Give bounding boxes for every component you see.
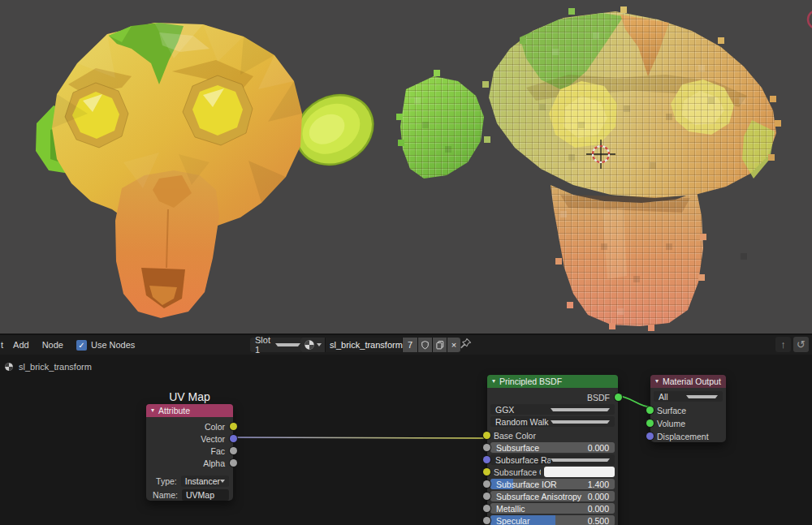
collapse-chevron-icon[interactable]: ▾ bbox=[655, 378, 659, 385]
viewport-3d[interactable] bbox=[0, 0, 812, 335]
socket-base-color-input[interactable] bbox=[483, 432, 490, 439]
material-users-count[interactable]: 7 bbox=[403, 338, 417, 352]
parent-node-tree-button[interactable]: ↑ bbox=[775, 337, 791, 352]
fake-user-shield-button[interactable] bbox=[418, 338, 432, 352]
sss-method-row: Random Walk bbox=[490, 416, 615, 427]
specular-value: 0.500 bbox=[588, 516, 609, 525]
node-editor-canvas[interactable]: sl_brick_transform UV Map ▾ Attribute Co… bbox=[0, 355, 812, 525]
menu-select-cut[interactable]: t bbox=[0, 340, 6, 350]
metallic-slider[interactable]: Metallic 0.000 bbox=[490, 503, 615, 514]
socket-subsurface-anisotropy-input[interactable] bbox=[483, 493, 490, 500]
socket-surface-input[interactable] bbox=[646, 407, 654, 414]
chevron-down-icon bbox=[551, 420, 611, 424]
name-value: UVMap bbox=[186, 490, 225, 500]
up-arrow-icon: ↑ bbox=[780, 338, 786, 351]
output-label-fac: Fac bbox=[210, 446, 225, 456]
socket-specular-input[interactable] bbox=[483, 517, 490, 524]
attribute-type-dropdown[interactable]: Instancer bbox=[181, 476, 229, 487]
socket-alpha-output[interactable] bbox=[230, 459, 237, 467]
breadcrumb: sl_brick_transform bbox=[4, 362, 92, 372]
wire-bsdf-to-surface bbox=[618, 396, 650, 407]
socket-volume-input[interactable] bbox=[646, 420, 654, 427]
socket-vector-output[interactable] bbox=[230, 435, 237, 442]
subsurface-anisotropy-row: Subsurface Anisotropy 0.000 bbox=[490, 491, 615, 501]
output-label-color: Color bbox=[205, 422, 225, 432]
new-material-copy-button[interactable] bbox=[433, 338, 447, 352]
socket-subsurface-radius-input[interactable] bbox=[483, 456, 490, 463]
slot-dropdown[interactable]: Slot 1 bbox=[250, 338, 305, 352]
socket-metallic-input[interactable] bbox=[483, 505, 490, 512]
collapse-chevron-icon[interactable]: ▾ bbox=[151, 407, 154, 414]
target-dropdown[interactable]: All bbox=[654, 391, 723, 402]
distribution-dropdown[interactable]: GGX bbox=[490, 404, 615, 415]
chevron-down-icon bbox=[686, 395, 719, 398]
undo-arc-icon: ↺ bbox=[797, 338, 806, 351]
subsurface-value: 0.000 bbox=[588, 443, 609, 453]
attribute-name-row: Name: UVMap bbox=[150, 489, 229, 501]
check-icon: ✓ bbox=[78, 341, 84, 350]
principled-node-header[interactable]: ▾ Principled BSDF bbox=[487, 375, 618, 388]
material-name-field[interactable]: sl_brick_transform bbox=[326, 338, 402, 352]
subsurface-color-label: Subsurface C... bbox=[490, 467, 541, 477]
base-color-row: Base Color bbox=[490, 430, 615, 441]
chevron-down-icon bbox=[317, 343, 322, 346]
attribute-node-header[interactable]: ▾ Attribute bbox=[146, 404, 233, 417]
use-nodes-label: Use Nodes bbox=[91, 340, 135, 350]
menu-node[interactable]: Node bbox=[36, 340, 70, 350]
attribute-name-input[interactable]: UVMap bbox=[182, 489, 229, 501]
material-sphere-icon bbox=[304, 339, 315, 351]
unlink-material-button[interactable]: × bbox=[447, 338, 460, 352]
specular-row: Specular 0.500 bbox=[490, 515, 615, 525]
material-browse-button[interactable] bbox=[300, 338, 325, 352]
bsdf-output-label: BSDF bbox=[587, 393, 610, 402]
subsurface-slider[interactable]: Subsurface 0.000 bbox=[490, 442, 615, 453]
socket-subsurface-color-input[interactable] bbox=[483, 468, 490, 476]
surface-row: Surface bbox=[654, 405, 723, 415]
sss-method-value: Random Walk bbox=[495, 417, 551, 427]
subsurface-anisotropy-slider[interactable]: Subsurface Anisotropy 0.000 bbox=[490, 491, 615, 501]
menu-add[interactable]: Add bbox=[6, 340, 36, 350]
specular-slider[interactable]: Specular 0.500 bbox=[490, 515, 615, 525]
socket-subsurface-ior-input[interactable] bbox=[483, 480, 490, 488]
subsurface-ior-label: Subsurface IOR bbox=[496, 480, 588, 489]
socket-color-output[interactable] bbox=[230, 423, 237, 430]
use-nodes-checkbox[interactable]: ✓ bbox=[76, 340, 87, 351]
subsurface-anisotropy-label: Subsurface Anisotropy bbox=[496, 492, 588, 501]
name-label: Name: bbox=[150, 490, 182, 500]
bsdf-output-row: BSDF bbox=[490, 392, 615, 402]
attribute-type-row: Type: Instancer bbox=[150, 476, 229, 487]
shield-icon bbox=[421, 340, 430, 350]
type-label: Type: bbox=[150, 476, 181, 486]
chevron-down-icon bbox=[220, 480, 225, 483]
base-color-label: Base Color bbox=[494, 431, 536, 441]
material-output-node[interactable]: ▾ Material Output All Surface Volume Dis… bbox=[650, 375, 726, 442]
volume-row: Volume bbox=[654, 418, 723, 428]
attribute-node[interactable]: ▾ Attribute Color Vector Fac Alpha Type:… bbox=[146, 404, 233, 501]
chevron-down-icon bbox=[275, 343, 300, 346]
socket-bsdf-output[interactable] bbox=[615, 394, 622, 401]
subsurface-color-row: Subsurface C... bbox=[490, 467, 615, 477]
snap-icon-button[interactable]: ↺ bbox=[793, 337, 809, 352]
subsurface-radius-dropdown[interactable]: Subsurface Radius bbox=[490, 454, 615, 465]
material-output-header[interactable]: ▾ Material Output bbox=[650, 375, 726, 388]
subsurface-ior-slider[interactable]: Subsurface IOR 1.400 bbox=[490, 479, 615, 489]
sss-method-dropdown[interactable]: Random Walk bbox=[490, 416, 615, 427]
surface-label: Surface bbox=[657, 406, 686, 415]
socket-fac-output[interactable] bbox=[230, 447, 237, 454]
metallic-label: Metallic bbox=[496, 504, 588, 514]
pin-toggle[interactable] bbox=[460, 338, 472, 351]
socket-subsurface-input[interactable] bbox=[483, 444, 490, 451]
socket-displacement-input[interactable] bbox=[646, 432, 654, 440]
output-row-vector: Vector bbox=[146, 432, 233, 445]
subsurface-radius-label: Subsurface Radius bbox=[495, 455, 551, 465]
specular-label: Specular bbox=[496, 516, 588, 525]
material-sphere-icon bbox=[4, 362, 14, 372]
collapse-chevron-icon[interactable]: ▾ bbox=[492, 378, 495, 385]
displacement-label: Displacement bbox=[657, 432, 709, 441]
principled-bsdf-node[interactable]: ▾ Principled BSDF BSDF GGX Random Walk B… bbox=[487, 375, 618, 525]
displacement-row: Displacement bbox=[654, 431, 723, 441]
subsurface-row: Subsurface 0.000 bbox=[490, 442, 615, 453]
node-frame-label: UV Map bbox=[122, 390, 257, 403]
target-row: All bbox=[654, 391, 723, 402]
subsurface-color-swatch[interactable] bbox=[544, 467, 615, 477]
